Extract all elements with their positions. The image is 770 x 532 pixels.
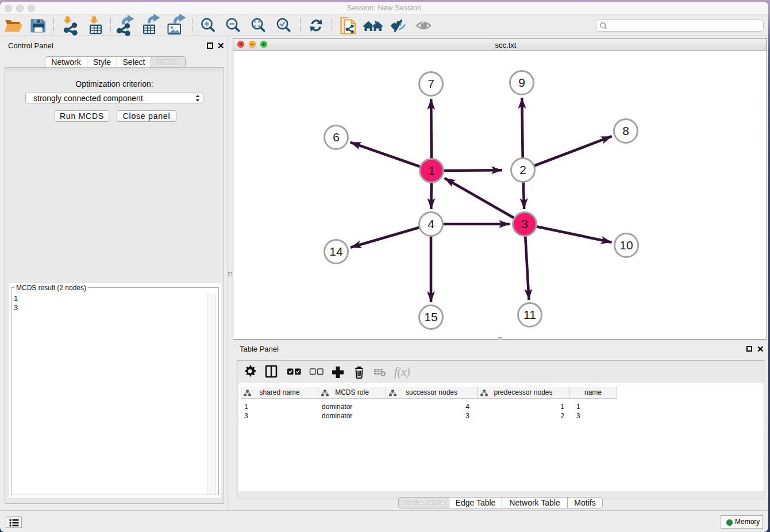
svg-text:15: 15 (424, 310, 437, 323)
svg-text:3: 3 (521, 217, 528, 230)
svg-text:1: 1 (428, 164, 435, 177)
svg-text:11: 11 (523, 308, 536, 321)
svg-text:14: 14 (329, 245, 343, 258)
svg-text:10: 10 (619, 238, 633, 252)
svg-text:7: 7 (428, 77, 434, 90)
svg-text:f(x): f(x) (394, 365, 410, 379)
svg-text:4: 4 (428, 217, 434, 230)
svg-text:8: 8 (622, 124, 629, 137)
svg-text:9: 9 (518, 76, 525, 89)
svg-text:2: 2 (519, 163, 526, 176)
svg-text:6: 6 (333, 130, 340, 144)
